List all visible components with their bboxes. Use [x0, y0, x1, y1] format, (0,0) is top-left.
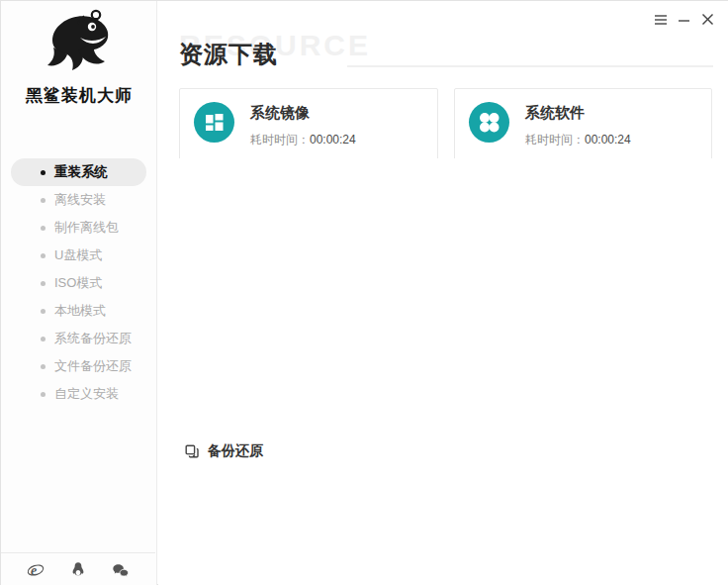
sidebar-item-file-backup-restore[interactable]: 文件备份还原 — [1, 352, 156, 380]
sidebar-item-custom-install[interactable]: 自定义安装 — [1, 380, 156, 408]
sidebar-item-label: U盘模式 — [54, 246, 102, 264]
sidebar-item-label: 本地模式 — [54, 302, 106, 320]
menu-icon[interactable] — [653, 12, 668, 27]
app-logo: 黑鲨装机大师 — [1, 5, 157, 107]
sidebar-item-reinstall-system[interactable]: 重装系统 — [11, 158, 146, 186]
close-icon[interactable] — [700, 12, 715, 27]
sidebar-item-label: 备份还原 — [208, 442, 263, 460]
sidebar-item-offline-package[interactable]: 制作离线包 — [1, 214, 156, 242]
sidebar-item-label: ISO模式 — [54, 274, 102, 292]
bullet-dot — [41, 198, 46, 203]
internet-explorer-icon[interactable]: e — [27, 561, 45, 579]
sidebar-item-label: 制作离线包 — [54, 219, 119, 237]
card-title: 系统镜像 — [250, 104, 356, 123]
bullet-dot — [41, 170, 46, 175]
sidebar-item-backup-restore[interactable]: 备份还原 — [158, 158, 728, 585]
app-name: 黑鲨装机大师 — [1, 84, 157, 107]
sidebar: 黑鲨装机大师 装机首页 一键装机 重装系统 离线安装 — [1, 1, 157, 585]
bullet-dot — [41, 337, 46, 341]
sidebar-nav: 装机首页 一键装机 重装系统 离线安装 制作离线包 — [1, 158, 156, 408]
bullet-dot — [41, 253, 46, 258]
app-window: 黑鲨装机大师 装机首页 一键装机 重装系统 离线安装 — [0, 0, 728, 585]
card-title: 系统软件 — [525, 104, 631, 123]
sidebar-item-system-backup-restore[interactable]: 系统备份还原 — [1, 325, 156, 352]
sidebar-item-iso-mode[interactable]: ISO模式 — [1, 269, 156, 297]
bullet-dot — [41, 364, 46, 369]
sidebar-item-label: 文件备份还原 — [54, 357, 132, 375]
page-title: 资源下载 — [179, 39, 278, 70]
bullet-dot — [41, 392, 46, 397]
sidebar-item-offline-install[interactable]: 离线安装 — [1, 186, 156, 214]
wechat-icon[interactable] — [112, 561, 130, 579]
sidebar-item-label: 离线安装 — [54, 191, 106, 209]
sidebar-item-usb-mode[interactable]: U盘模式 — [1, 242, 156, 269]
elapsed-time: 耗时时间：00:00:24 — [525, 132, 631, 148]
shark-logo-icon — [37, 5, 122, 86]
page-header: RESOURCE 资源下载 — [179, 31, 713, 70]
sidebar-item-local-mode[interactable]: 本地模式 — [1, 297, 156, 325]
qq-icon[interactable] — [69, 561, 87, 579]
sidebar-item-label: 重装系统 — [54, 163, 108, 181]
minimize-icon[interactable] — [677, 12, 691, 27]
bullet-dot — [41, 226, 46, 231]
bullet-dot — [41, 281, 46, 286]
system-image-icon — [194, 102, 234, 143]
backup-restore-icon — [184, 443, 200, 459]
title-underline — [347, 65, 713, 67]
elapsed-time: 耗时时间：00:00:24 — [250, 132, 356, 148]
sidebar-item-label: 自定义安装 — [54, 385, 119, 403]
window-controls — [653, 12, 715, 27]
system-software-icon — [469, 102, 509, 143]
sidebar-footer: e — [1, 552, 155, 585]
bullet-dot — [41, 309, 46, 314]
sidebar-item-label: 系统备份还原 — [54, 330, 132, 347]
